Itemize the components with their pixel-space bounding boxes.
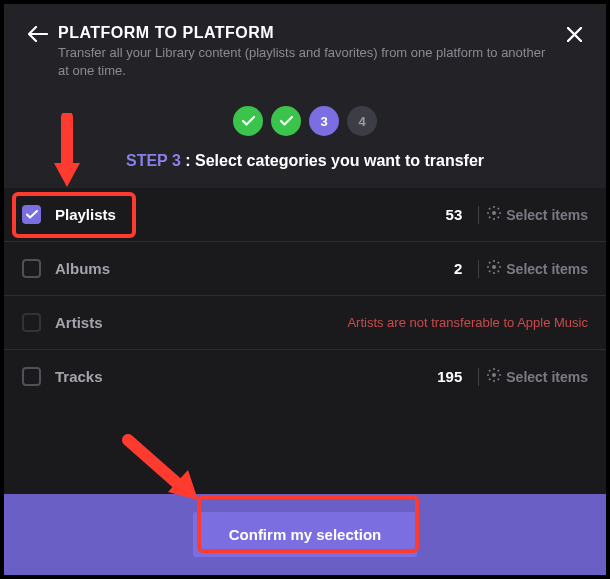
- category-label: Tracks: [55, 368, 437, 385]
- category-row-tracks[interactable]: Tracks 195 Select items: [4, 350, 606, 403]
- category-row-albums[interactable]: Albums 2 Select items: [4, 242, 606, 296]
- select-items-label: Select items: [506, 369, 588, 385]
- modal-header: PLATFORM TO PLATFORM Transfer all your L…: [4, 4, 606, 92]
- gear-icon: [487, 206, 501, 223]
- modal-subtitle: Transfer all your Library content (playl…: [58, 44, 557, 80]
- confirm-button[interactable]: Confirm my selection: [193, 512, 418, 557]
- divider: [478, 260, 479, 278]
- step-number-label: STEP 3: [126, 152, 181, 169]
- category-count: 53: [446, 206, 463, 223]
- step-title: STEP 3 : Select categories you want to t…: [4, 142, 606, 188]
- select-items-label: Select items: [506, 207, 588, 223]
- close-icon[interactable]: [567, 26, 582, 47]
- select-items-button[interactable]: Select items: [487, 368, 588, 385]
- step-3-current: 3: [309, 106, 339, 136]
- error-message: Artists are not transferable to Apple Mu…: [347, 315, 588, 330]
- category-label: Artists: [55, 314, 347, 331]
- category-row-playlists[interactable]: Playlists 53 Select items: [4, 188, 606, 242]
- select-items-button[interactable]: Select items: [487, 260, 588, 277]
- category-label: Albums: [55, 260, 454, 277]
- gear-icon: [487, 260, 501, 277]
- category-row-artists: Artists Artists are not transferable to …: [4, 296, 606, 350]
- category-count: 2: [454, 260, 462, 277]
- modal-footer: Confirm my selection: [4, 494, 606, 575]
- step-description: : Select categories you want to transfer: [181, 152, 484, 169]
- step-2-done: [271, 106, 301, 136]
- divider: [478, 368, 479, 386]
- svg-point-0: [492, 211, 496, 215]
- category-label: Playlists: [55, 206, 446, 223]
- step-1-done: [233, 106, 263, 136]
- modal-title: PLATFORM TO PLATFORM: [58, 24, 557, 42]
- select-items-button[interactable]: Select items: [487, 206, 588, 223]
- svg-point-2: [492, 373, 496, 377]
- category-list: Playlists 53 Select items Albums 2 Selec…: [4, 188, 606, 494]
- transfer-modal: PLATFORM TO PLATFORM Transfer all your L…: [4, 4, 606, 575]
- checkbox-artists: [22, 313, 41, 332]
- divider: [478, 206, 479, 224]
- checkbox-tracks[interactable]: [22, 367, 41, 386]
- step-indicator: 3 4: [4, 92, 606, 142]
- checkbox-playlists[interactable]: [22, 205, 41, 224]
- gear-icon: [487, 368, 501, 385]
- svg-point-1: [492, 265, 496, 269]
- checkbox-albums[interactable]: [22, 259, 41, 278]
- select-items-label: Select items: [506, 261, 588, 277]
- back-arrow-icon[interactable]: [28, 26, 48, 46]
- category-count: 195: [437, 368, 462, 385]
- step-4-next: 4: [347, 106, 377, 136]
